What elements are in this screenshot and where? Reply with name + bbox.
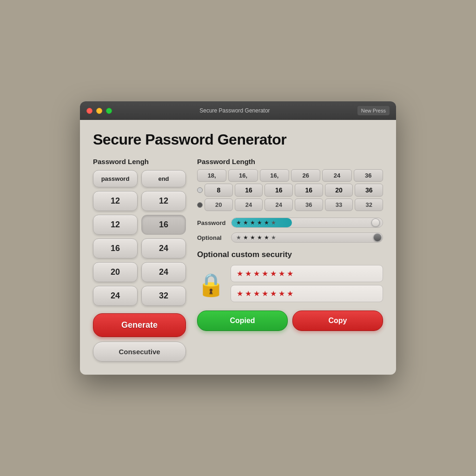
length-btn-12c[interactable]: 12: [93, 215, 138, 235]
length-btn-20[interactable]: 20: [93, 262, 138, 282]
right-panel: Password Length 18, 16, 16, 26 24 36 8 1…: [197, 158, 383, 362]
length-btn-24c[interactable]: 24: [93, 286, 138, 306]
generate-button[interactable]: Generate: [93, 313, 186, 337]
optional-slider-label: Optional: [197, 234, 227, 241]
len-opt-32[interactable]: 32: [355, 198, 383, 211]
len-opt-36b[interactable]: 36: [355, 184, 383, 197]
opt-star-5: ★: [264, 234, 269, 241]
pwd-star-3: ★: [253, 269, 260, 278]
opt-star-4: ★: [257, 234, 262, 241]
bottom-area: 🔒 ★ ★ ★ ★ ★ ★ ★ ★ ★: [197, 265, 383, 305]
star-1: ★: [236, 219, 241, 226]
length-btn-24b[interactable]: 24: [141, 262, 186, 282]
close-icon[interactable]: [86, 108, 93, 114]
password-slider-label: Password: [197, 219, 227, 226]
length-btn-24a[interactable]: 24: [141, 238, 186, 258]
pwd-star2-4: ★: [262, 289, 268, 298]
main-layout: Password Lengh password end 12 12 12 16 …: [93, 158, 383, 362]
pwd-star2-3: ★: [253, 289, 260, 298]
pwd-star2-2: ★: [245, 289, 251, 298]
len-opt-36c[interactable]: 36: [295, 198, 323, 211]
star-5: ★: [264, 219, 269, 226]
len-opt-33[interactable]: 33: [325, 198, 353, 211]
optional-slider-thumb[interactable]: [373, 233, 382, 242]
len-opt-16d[interactable]: 16: [264, 184, 293, 197]
password-display-area: ★ ★ ★ ★ ★ ★ ★ ★ ★ ★ ★: [231, 265, 383, 305]
length-btn-12b[interactable]: 12: [141, 191, 186, 211]
star-4: ★: [257, 219, 262, 226]
copied-button[interactable]: Copied: [197, 311, 288, 331]
len-opt-20a[interactable]: 20: [325, 184, 353, 197]
len-opt-8[interactable]: 8: [205, 184, 233, 197]
password-field-1: ★ ★ ★ ★ ★ ★ ★: [231, 265, 383, 282]
len-opt-24b[interactable]: 24: [235, 198, 263, 211]
pwd-star2-1: ★: [237, 289, 243, 298]
opt-star-2: ★: [243, 234, 248, 241]
star-2: ★: [243, 219, 248, 226]
pwd-star-2: ★: [245, 269, 251, 278]
len-opt-26[interactable]: 26: [291, 169, 320, 182]
pwd-star-7: ★: [287, 269, 293, 278]
pwd-star-1: ★: [237, 269, 243, 278]
radio-dot-2[interactable]: [197, 202, 203, 208]
radio-row2: 20 24 24 36 33 32: [197, 198, 383, 211]
len-opt-36a[interactable]: 36: [354, 169, 383, 182]
opt-star-1: ★: [236, 234, 241, 241]
radio-row: 8 16 16 16 20 36: [197, 184, 383, 197]
opt-star-6: ★: [271, 234, 276, 241]
password-slider-row: Password ★ ★ ★ ★ ★ ★: [197, 218, 383, 228]
pwd-star2-5: ★: [270, 289, 277, 298]
length-btn-end[interactable]: end: [141, 170, 186, 187]
app-window: Secure Password Generator New Press Secu…: [80, 101, 396, 375]
optional-slider-track[interactable]: ★ ★ ★ ★ ★ ★: [231, 232, 383, 243]
length-btn-16b[interactable]: 16: [93, 238, 138, 258]
new-press-button[interactable]: New Press: [357, 106, 390, 115]
pwd-star-5: ★: [270, 269, 277, 278]
length-options-row1: 18, 16, 16, 26 24 36: [197, 169, 383, 182]
minimize-icon[interactable]: [96, 108, 102, 114]
pwd-star2-7: ★: [287, 289, 293, 298]
lock-icon: 🔒: [197, 272, 225, 298]
len-opt-16b[interactable]: 16,: [260, 169, 289, 182]
len-opt-16e[interactable]: 16: [295, 184, 323, 197]
maximize-icon[interactable]: [106, 108, 112, 114]
titlebar-title: Secure Password Generator: [116, 107, 354, 114]
app-title: Secure Password Generator: [93, 131, 383, 148]
password-field-2: ★ ★ ★ ★ ★ ★ ★: [231, 285, 383, 302]
len-opt-20b[interactable]: 20: [205, 198, 233, 211]
password-slider-track[interactable]: ★ ★ ★ ★ ★ ★: [231, 218, 383, 228]
len-opt-24a[interactable]: 24: [322, 169, 351, 182]
len-opt-16a[interactable]: 16,: [228, 169, 258, 182]
optional-custom-label: Optional custom security: [197, 250, 383, 259]
password-slider-thumb[interactable]: [371, 218, 380, 227]
length-btn-32[interactable]: 32: [141, 286, 186, 306]
length-btn-16a[interactable]: 16: [141, 215, 186, 235]
length-btn-password[interactable]: password: [93, 170, 138, 187]
pwd-star-4: ★: [262, 269, 268, 278]
len-opt-16c[interactable]: 16: [235, 184, 263, 197]
left-panel: Password Lengh password end 12 12 12 16 …: [93, 158, 186, 362]
slider-section: Password ★ ★ ★ ★ ★ ★ Optio: [197, 218, 383, 243]
titlebar: Secure Password Generator New Press: [80, 101, 396, 120]
star-6: ★: [271, 219, 276, 226]
len-opt-18[interactable]: 18,: [197, 169, 226, 182]
right-length-label: Password Length: [197, 158, 383, 165]
length-grid: password end 12 12 12 16 16 24 20 24 24: [93, 170, 186, 306]
pwd-star2-6: ★: [278, 289, 285, 298]
optional-slider-row: Optional ★ ★ ★ ★ ★ ★: [197, 232, 383, 243]
consecutive-button[interactable]: Consecutive: [93, 342, 186, 362]
star-3: ★: [250, 219, 255, 226]
length-btn-12a[interactable]: 12: [93, 191, 138, 211]
app-content: Secure Password Generator Password Lengh…: [80, 120, 396, 375]
length-label: Password Lengh: [93, 158, 186, 165]
radio-dot-1[interactable]: [197, 187, 203, 193]
len-opt-24c[interactable]: 24: [264, 198, 293, 211]
opt-star-3: ★: [250, 234, 255, 241]
pwd-star-6: ★: [278, 269, 285, 278]
bottom-buttons: Copied Copy: [197, 311, 383, 331]
copy-button[interactable]: Copy: [292, 311, 383, 331]
